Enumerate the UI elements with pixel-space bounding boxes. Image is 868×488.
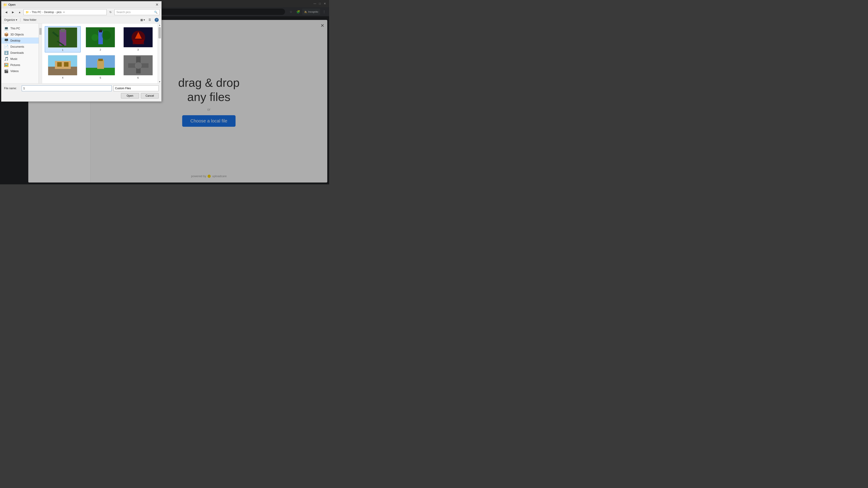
view-dropdown-icon: ▾ (144, 18, 145, 22)
svg-rect-2 (61, 29, 65, 32)
dialog-open-button[interactable]: Open (121, 93, 139, 98)
filename-label: File name: (4, 87, 20, 90)
file-item-3[interactable]: 3 (120, 26, 156, 53)
sidebar-music[interactable]: 🎵 Music (1, 56, 42, 62)
scroll-up-arrow[interactable]: ▲ (159, 24, 161, 26)
file-thumb-5 (86, 55, 115, 75)
path-pics: pics (57, 11, 61, 14)
details-icon: ☰ (149, 18, 151, 22)
music-icon: 🎵 (4, 57, 8, 61)
svg-rect-17 (57, 62, 62, 67)
path-icon: 📁 (26, 11, 29, 14)
svg-rect-21 (97, 60, 104, 69)
svg-point-8 (92, 34, 98, 41)
cancel-btn-label: Cancel (146, 94, 154, 97)
svg-rect-6 (98, 31, 103, 44)
pictures-icon: 🖼️ (4, 63, 8, 67)
path-separator-3: › (55, 11, 56, 14)
organize-button[interactable]: Organize ▾ (3, 18, 18, 22)
file-grid: 1 2 (42, 24, 161, 83)
downloads-label: Downloads (10, 51, 24, 55)
dialog-actions-bar: Organize ▾ | New folder ▦ ▾ ☰ ? (1, 16, 161, 24)
thumb-svg-4 (48, 55, 77, 75)
svg-rect-7 (99, 30, 102, 32)
file-thumb-1 (48, 27, 77, 48)
path-dropdown-icon[interactable]: ▾ (63, 11, 65, 14)
dialog-title: Open (8, 3, 154, 6)
file-scrollbar[interactable]: ▲ ▼ (158, 24, 161, 84)
help-button[interactable]: ? (154, 18, 160, 22)
dialog-forward-button[interactable]: ▶ (10, 9, 16, 15)
filename-input[interactable] (22, 86, 112, 91)
file-item-2[interactable]: 2 (83, 26, 119, 53)
scroll-down-arrow[interactable]: ▼ (159, 80, 161, 83)
file-thumb-4 (48, 55, 77, 75)
3d-objects-label: 3D Objects (10, 33, 24, 36)
desktop-label: Desktop (10, 39, 20, 42)
sidebar-documents[interactable]: 📄 Documents (1, 43, 42, 50)
desktop-icon: 🖥️ (4, 38, 8, 43)
thumb-svg-3 (124, 27, 153, 47)
path-separator-2: › (42, 11, 43, 14)
svg-rect-18 (64, 62, 68, 67)
filetype-select[interactable]: Custom Files (114, 86, 159, 91)
sidebar-desktop[interactable]: 🖥️ Desktop (1, 37, 42, 43)
file-label-5: 5 (100, 76, 101, 79)
dialog-refresh-button[interactable]: ↻ (107, 9, 114, 15)
file-item-4[interactable]: 4 (45, 54, 81, 80)
view-toggle-button[interactable]: ▦ ▾ (140, 18, 146, 22)
sidebar-downloads[interactable]: ⬇️ Downloads (1, 50, 42, 56)
file-label-1: 1 (62, 48, 63, 51)
scroll-track (158, 26, 161, 80)
dialog-cancel-button[interactable]: Cancel (141, 93, 159, 98)
organize-label: Organize (4, 18, 15, 22)
sidebar-videos[interactable]: 🎬 Videos (1, 68, 42, 74)
thumb-svg-2 (86, 27, 115, 47)
svg-point-9 (102, 31, 111, 40)
file-thumb-6 (123, 55, 153, 75)
file-item-5[interactable]: 5 (83, 54, 119, 80)
documents-label: Documents (10, 45, 24, 48)
svg-rect-13 (133, 40, 144, 44)
dialog-up-button[interactable]: ▲ (17, 9, 23, 15)
new-folder-button[interactable]: New folder (23, 18, 37, 22)
svg-rect-22 (98, 59, 103, 61)
file-dialog: 📁 Open ✕ ◀ ▶ ▲ 📁 › This PC › Desktop › p… (1, 1, 162, 102)
3d-objects-icon: 📦 (4, 32, 8, 37)
view-icon: ▦ (141, 18, 143, 22)
file-item-6[interactable]: 6 (120, 54, 156, 80)
videos-icon: 🎬 (4, 69, 8, 73)
dialog-titlebar: 📁 Open ✕ (1, 1, 161, 8)
file-item-1[interactable]: 1 (45, 26, 81, 53)
dialog-path-toolbar: ◀ ▶ ▲ 📁 › This PC › Desktop › pics ▾ ↻ S… (1, 8, 161, 16)
file-label-2: 2 (100, 48, 101, 51)
sidebar-pictures[interactable]: 🖼️ Pictures (1, 62, 42, 68)
path-this-pc: This PC (32, 11, 41, 14)
thumb-svg-6 (124, 55, 153, 75)
file-label-6: 6 (137, 76, 139, 79)
open-btn-label: Open (127, 94, 133, 97)
new-folder-label: New folder (24, 18, 36, 22)
this-pc-label: This PC (10, 27, 20, 30)
scroll-handle[interactable] (158, 27, 161, 38)
dialog-back-button[interactable]: ◀ (3, 9, 9, 15)
dialog-path-bar[interactable]: 📁 › This PC › Desktop › pics ▾ (24, 9, 107, 15)
dialog-close-button[interactable]: ✕ (154, 2, 160, 7)
sidebar-scrollbar-thumb (39, 28, 41, 35)
sidebar-scrollbar[interactable] (39, 24, 42, 84)
help-icon: ? (155, 18, 159, 22)
thumb-svg-5 (86, 55, 115, 75)
actions-separator: | (20, 18, 21, 22)
filename-row: File name: Custom Files (4, 86, 159, 91)
this-pc-icon: 💻 (4, 26, 8, 31)
file-thumb-2 (86, 27, 115, 47)
sidebar-3d-objects[interactable]: 📦 3D Objects (1, 31, 42, 37)
dialog-main: 💻 This PC 📦 3D Objects 🖥️ Desktop 📄 Docu… (1, 24, 161, 84)
file-grid-area: 1 2 (42, 24, 161, 84)
videos-label: Videos (10, 70, 19, 73)
dialog-button-row: Open Cancel (4, 93, 159, 98)
sidebar-this-pc[interactable]: 💻 This PC (1, 25, 42, 31)
dialog-footer: File name: Custom Files Open Cancel (1, 84, 161, 101)
details-button[interactable]: ☰ (148, 18, 152, 22)
dialog-search-bar[interactable]: Search pics 🔍 (114, 9, 160, 15)
